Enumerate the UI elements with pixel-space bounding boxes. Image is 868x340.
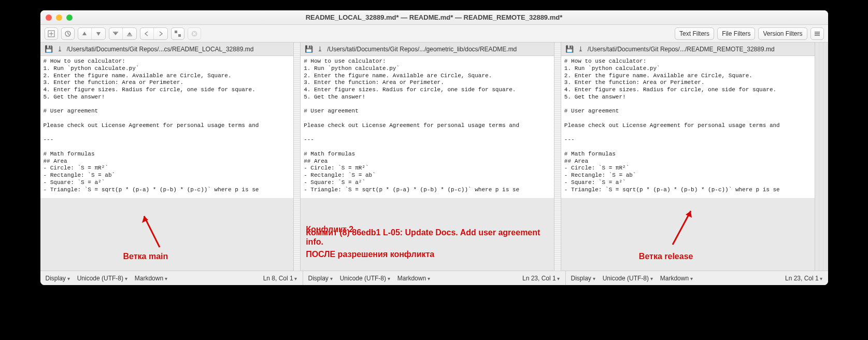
save-icon[interactable]: 💾 [305, 45, 313, 53]
svg-rect-7 [178, 34, 181, 37]
pane-header: 💾 ⤓ /Users/tati/Documents/Git Repos/.../… [301, 42, 554, 56]
pane-left: 💾 ⤓ /Users/tati/Documents/Git Repos/...c… [40, 42, 294, 271]
pane-header: 💾 ⤓ /Users/tati/Documents/Git Repos/.../… [561, 42, 815, 56]
display-mode-dropdown[interactable]: Display [571, 275, 595, 282]
last-diff-button[interactable] [123, 28, 136, 39]
pane-bottom-fill [301, 198, 554, 271]
status-bar: Display Unicode (UTF-8) Markdown Ln 8, C… [40, 271, 828, 285]
save-icon[interactable]: 💾 [45, 45, 53, 53]
download-icon[interactable]: ⤓ [578, 45, 584, 53]
syntax-dropdown[interactable]: Markdown [135, 275, 167, 282]
pane-header: 💾 ⤓ /Users/tati/Documents/Git Repos/...c… [40, 42, 294, 56]
encoding-dropdown[interactable]: Unicode (UTF-8) [603, 275, 653, 282]
display-mode-dropdown[interactable]: Display [308, 275, 333, 282]
file-path: /Users/tati/Documents/Git Repos/.../READ… [588, 46, 775, 53]
first-diff-button[interactable] [109, 28, 123, 39]
copy-group [140, 27, 168, 40]
pane-right: 💾 ⤓ /Users/tati/Documents/Git Repos/.../… [561, 42, 815, 271]
encoding-dropdown[interactable]: Unicode (UTF-8) [340, 275, 390, 282]
nav-diff-group [78, 27, 106, 40]
pane-bottom-fill [561, 198, 815, 271]
cursor-position[interactable]: Ln 23, Col 1 [785, 275, 823, 282]
save-icon[interactable]: 💾 [565, 45, 574, 53]
new-compare-button[interactable] [45, 27, 58, 40]
version-filters-button[interactable]: Version Filters [758, 27, 807, 40]
copy-left-button[interactable] [140, 28, 154, 39]
status-right: Display Unicode (UTF-8) Markdown Ln 23, … [565, 271, 828, 285]
toolbar: Text Filters File Filters Version Filter… [40, 25, 828, 42]
window-controls [46, 15, 73, 21]
next-diff-button[interactable] [92, 28, 105, 39]
syntax-dropdown[interactable]: Markdown [397, 275, 430, 282]
download-icon[interactable]: ⤓ [57, 45, 63, 53]
cursor-position[interactable]: Ln 23, Col 1 [522, 275, 560, 282]
file-filters-button[interactable]: File Filters [717, 27, 755, 40]
pane-bottom-fill [40, 198, 294, 271]
jump-group [109, 27, 137, 40]
merge-button[interactable] [171, 27, 184, 40]
compare-panes: 💾 ⤓ /Users/tati/Documents/Git Repos/...c… [40, 42, 828, 271]
pane-divider[interactable] [554, 42, 561, 271]
file-path: /Users/tati/Documents/Git Repos/...cs/RE… [67, 46, 254, 53]
display-mode-dropdown[interactable]: Display [46, 275, 70, 282]
prev-diff-button[interactable] [78, 28, 92, 39]
copy-right-button[interactable] [154, 28, 167, 39]
window-title: README_LOCAL_32889.md* — README.md* — RE… [40, 13, 828, 21]
status-middle: Display Unicode (UTF-8) Markdown Ln 23, … [303, 271, 565, 285]
zoom-icon[interactable] [66, 15, 73, 21]
svg-rect-6 [175, 31, 177, 33]
cursor-position[interactable]: Ln 8, Col 1 [263, 275, 297, 282]
status-left: Display Unicode (UTF-8) Markdown Ln 8, C… [40, 271, 303, 285]
text-filters-button[interactable]: Text Filters [675, 27, 714, 40]
cancel-button[interactable] [188, 27, 201, 40]
pane-divider[interactable] [293, 42, 301, 271]
diff-window: README_LOCAL_32889.md* — README.md* — RE… [40, 10, 828, 285]
refresh-button[interactable] [61, 27, 75, 40]
pane-middle: 💾 ⤓ /Users/tati/Documents/Git Repos/.../… [301, 42, 554, 271]
menu-button[interactable] [810, 27, 824, 40]
titlebar: README_LOCAL_32889.md* — README.md* — RE… [40, 10, 828, 25]
close-icon[interactable] [46, 15, 52, 21]
syntax-dropdown[interactable]: Markdown [660, 275, 693, 282]
download-icon[interactable]: ⤓ [317, 45, 323, 53]
file-path: /Users/tati/Documents/Git Repos/.../geom… [327, 46, 517, 53]
overview-scrollbar[interactable] [815, 42, 828, 271]
encoding-dropdown[interactable]: Unicode (UTF-8) [77, 275, 127, 282]
minimize-icon[interactable] [56, 15, 62, 21]
